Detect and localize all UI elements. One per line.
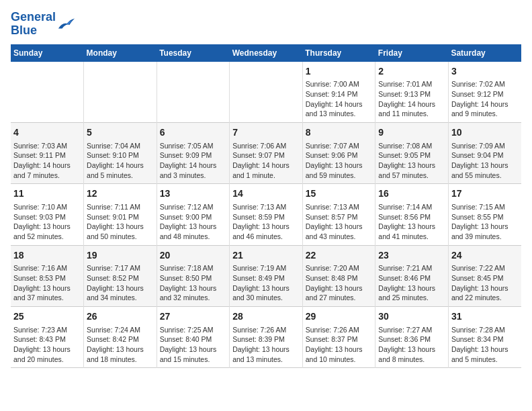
calendar-cell: 1Sunrise: 7:00 AM Sunset: 9:14 PM Daylig… [302,62,375,123]
calendar-cell: 2Sunrise: 7:01 AM Sunset: 9:13 PM Daylig… [375,62,449,123]
calendar-cell [230,62,303,123]
header-wednesday: Wednesday [230,44,303,62]
day-number: 12 [87,187,154,201]
day-number: 11 [13,187,81,201]
day-header-row: SundayMondayTuesdayWednesdayThursdayFrid… [11,44,521,62]
calendar-cell [157,62,230,123]
logo-text: General Blue [11,11,56,38]
calendar-cell: 13Sunrise: 7:12 AM Sunset: 9:00 PM Dayli… [157,184,230,245]
calendar-cell: 11Sunrise: 7:10 AM Sunset: 9:03 PM Dayli… [11,184,84,245]
day-info: Sunrise: 7:13 AM Sunset: 8:57 PM Dayligh… [306,202,373,242]
calendar-table: SundayMondayTuesdayWednesdayThursdayFrid… [11,44,521,369]
day-number: 9 [378,126,445,140]
calendar-cell: 21Sunrise: 7:19 AM Sunset: 8:49 PM Dayli… [230,245,303,306]
day-number: 25 [13,310,81,324]
day-info: Sunrise: 7:26 AM Sunset: 8:39 PM Dayligh… [232,325,300,365]
calendar-cell: 22Sunrise: 7:20 AM Sunset: 8:48 PM Dayli… [302,245,375,306]
header-tuesday: Tuesday [157,44,230,62]
day-info: Sunrise: 7:17 AM Sunset: 8:52 PM Dayligh… [87,263,154,303]
day-number: 2 [378,65,445,79]
header-friday: Friday [375,44,449,62]
day-number: 30 [378,310,445,324]
day-number: 31 [451,310,519,324]
day-number: 4 [13,126,81,140]
day-number: 22 [306,249,373,263]
calendar-cell: 23Sunrise: 7:21 AM Sunset: 8:46 PM Dayli… [375,245,449,306]
day-info: Sunrise: 7:11 AM Sunset: 9:01 PM Dayligh… [87,202,154,242]
calendar-cell: 6Sunrise: 7:05 AM Sunset: 9:09 PM Daylig… [157,122,230,183]
day-info: Sunrise: 7:28 AM Sunset: 8:34 PM Dayligh… [451,325,519,365]
logo-bird-icon [57,17,76,32]
day-info: Sunrise: 7:24 AM Sunset: 8:42 PM Dayligh… [87,325,154,365]
day-number: 8 [306,126,373,140]
calendar-cell: 17Sunrise: 7:15 AM Sunset: 8:55 PM Dayli… [448,184,521,245]
day-number: 15 [306,187,373,201]
calendar-cell: 18Sunrise: 7:16 AM Sunset: 8:53 PM Dayli… [11,245,84,306]
calendar-cell: 25Sunrise: 7:23 AM Sunset: 8:43 PM Dayli… [11,306,84,367]
day-number: 13 [160,187,227,201]
day-info: Sunrise: 7:03 AM Sunset: 9:11 PM Dayligh… [13,141,81,181]
calendar-cell: 9Sunrise: 7:08 AM Sunset: 9:05 PM Daylig… [375,122,449,183]
calendar-cell: 16Sunrise: 7:14 AM Sunset: 8:56 PM Dayli… [375,184,449,245]
calendar-cell: 14Sunrise: 7:13 AM Sunset: 8:59 PM Dayli… [230,184,303,245]
calendar-cell: 29Sunrise: 7:26 AM Sunset: 8:37 PM Dayli… [302,306,375,367]
day-number: 10 [451,126,519,140]
week-row: 11Sunrise: 7:10 AM Sunset: 9:03 PM Dayli… [11,184,521,245]
day-number: 24 [451,249,519,263]
header-monday: Monday [84,44,157,62]
day-info: Sunrise: 7:06 AM Sunset: 9:07 PM Dayligh… [232,141,300,181]
day-info: Sunrise: 7:02 AM Sunset: 9:12 PM Dayligh… [451,79,519,119]
day-number: 19 [87,249,154,263]
calendar-cell: 7Sunrise: 7:06 AM Sunset: 9:07 PM Daylig… [230,122,303,183]
day-info: Sunrise: 7:18 AM Sunset: 8:50 PM Dayligh… [160,263,227,303]
calendar-cell: 31Sunrise: 7:28 AM Sunset: 8:34 PM Dayli… [448,306,521,367]
day-info: Sunrise: 7:10 AM Sunset: 9:03 PM Dayligh… [13,202,81,242]
header-saturday: Saturday [448,44,521,62]
day-info: Sunrise: 7:01 AM Sunset: 9:13 PM Dayligh… [378,79,445,119]
day-info: Sunrise: 7:04 AM Sunset: 9:10 PM Dayligh… [87,141,154,181]
day-number: 28 [232,310,300,324]
day-number: 6 [160,126,227,140]
calendar-cell: 5Sunrise: 7:04 AM Sunset: 9:10 PM Daylig… [84,122,157,183]
day-info: Sunrise: 7:23 AM Sunset: 8:43 PM Dayligh… [13,325,81,365]
day-number: 29 [306,310,373,324]
day-info: Sunrise: 7:05 AM Sunset: 9:09 PM Dayligh… [160,141,227,181]
calendar-cell [11,62,84,123]
week-row: 18Sunrise: 7:16 AM Sunset: 8:53 PM Dayli… [11,245,521,306]
logo-general: General [11,10,56,24]
week-row: 25Sunrise: 7:23 AM Sunset: 8:43 PM Dayli… [11,306,521,367]
day-number: 3 [451,65,519,79]
header-thursday: Thursday [302,44,375,62]
header-sunday: Sunday [11,44,84,62]
day-info: Sunrise: 7:07 AM Sunset: 9:06 PM Dayligh… [306,141,373,181]
calendar-cell: 26Sunrise: 7:24 AM Sunset: 8:42 PM Dayli… [84,306,157,367]
calendar-cell: 3Sunrise: 7:02 AM Sunset: 9:12 PM Daylig… [448,62,521,123]
calendar-cell: 8Sunrise: 7:07 AM Sunset: 9:06 PM Daylig… [302,122,375,183]
week-row: 4Sunrise: 7:03 AM Sunset: 9:11 PM Daylig… [11,122,521,183]
day-info: Sunrise: 7:19 AM Sunset: 8:49 PM Dayligh… [232,263,300,303]
day-number: 17 [451,187,519,201]
day-number: 1 [306,65,373,79]
day-info: Sunrise: 7:09 AM Sunset: 9:04 PM Dayligh… [451,141,519,181]
day-info: Sunrise: 7:00 AM Sunset: 9:14 PM Dayligh… [306,79,373,119]
calendar-cell: 19Sunrise: 7:17 AM Sunset: 8:52 PM Dayli… [84,245,157,306]
week-row: 1Sunrise: 7:00 AM Sunset: 9:14 PM Daylig… [11,62,521,123]
day-info: Sunrise: 7:08 AM Sunset: 9:05 PM Dayligh… [378,141,445,181]
day-info: Sunrise: 7:27 AM Sunset: 8:36 PM Dayligh… [378,325,445,365]
day-info: Sunrise: 7:21 AM Sunset: 8:46 PM Dayligh… [378,263,445,303]
page-header: General Blue [11,11,521,38]
day-info: Sunrise: 7:16 AM Sunset: 8:53 PM Dayligh… [13,263,81,303]
calendar-cell: 4Sunrise: 7:03 AM Sunset: 9:11 PM Daylig… [11,122,84,183]
day-info: Sunrise: 7:20 AM Sunset: 8:48 PM Dayligh… [306,263,373,303]
day-info: Sunrise: 7:12 AM Sunset: 9:00 PM Dayligh… [160,202,227,242]
day-number: 18 [13,249,81,263]
calendar-cell: 20Sunrise: 7:18 AM Sunset: 8:50 PM Dayli… [157,245,230,306]
day-info: Sunrise: 7:13 AM Sunset: 8:59 PM Dayligh… [232,202,300,242]
day-info: Sunrise: 7:15 AM Sunset: 8:55 PM Dayligh… [451,202,519,242]
day-number: 5 [87,126,154,140]
day-info: Sunrise: 7:22 AM Sunset: 8:45 PM Dayligh… [451,263,519,303]
calendar-cell: 28Sunrise: 7:26 AM Sunset: 8:39 PM Dayli… [230,306,303,367]
day-number: 27 [160,310,227,324]
calendar-cell: 24Sunrise: 7:22 AM Sunset: 8:45 PM Dayli… [448,245,521,306]
logo-blue: Blue [11,24,37,37]
